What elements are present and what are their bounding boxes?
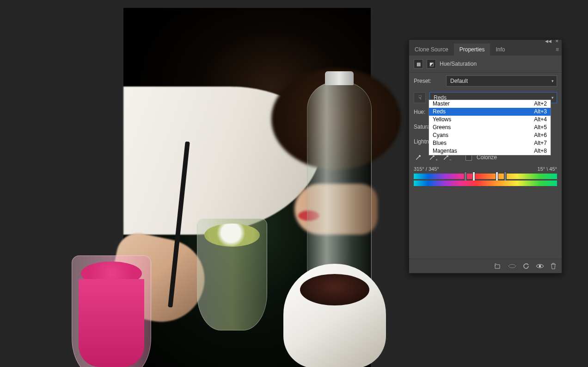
- dropdown-item-master[interactable]: MasterAlt+2: [429, 100, 551, 108]
- adjustment-header: ▦ ◩ Hue/Saturation: [409, 56, 562, 73]
- color-range-dropdown[interactable]: MasterAlt+2RedsAlt+3YellowsAlt+4GreensAl…: [429, 100, 551, 156]
- view-previous-icon[interactable]: [508, 263, 516, 269]
- dropdown-item-yellows[interactable]: YellowsAlt+4: [429, 116, 551, 124]
- collapse-icon[interactable]: ◀◀: [545, 39, 551, 44]
- photo-illustration: [123, 8, 371, 367]
- clip-to-layer-icon[interactable]: [494, 263, 502, 269]
- svg-point-3: [539, 265, 541, 267]
- preset-row: Preset: Default ▾: [409, 73, 562, 89]
- tab-info[interactable]: Info: [490, 44, 510, 56]
- document-canvas[interactable]: [123, 8, 371, 367]
- dropdown-item-cyans[interactable]: CyansAlt+6: [429, 131, 551, 139]
- dropdown-item-blues[interactable]: BluesAlt+7: [429, 139, 551, 147]
- color-spectrum: [409, 172, 562, 194]
- trash-icon[interactable]: [551, 263, 556, 269]
- dropdown-item-magentas[interactable]: MagentasAlt+8: [429, 147, 551, 155]
- hue-range-right: 15° \ 45°: [538, 166, 557, 172]
- preset-value: Default: [450, 78, 468, 84]
- spectrum-input[interactable]: [414, 174, 557, 179]
- layer-mask-icon[interactable]: ◩: [427, 59, 436, 68]
- preset-label: Preset:: [414, 78, 442, 84]
- panel-tabs: Clone Source Properties Info ≡: [409, 44, 562, 56]
- panel-titlebar: ◀◀ ✕: [409, 40, 562, 44]
- tab-clone-source[interactable]: Clone Source: [409, 44, 454, 56]
- panel-footer: [409, 259, 562, 273]
- targeted-adjust-icon[interactable]: ☟: [414, 92, 426, 103]
- reset-icon[interactable]: [523, 263, 529, 269]
- visibility-icon[interactable]: [536, 263, 544, 269]
- eyedropper-icon[interactable]: [414, 153, 423, 162]
- chevron-down-icon: ▾: [551, 79, 554, 83]
- close-icon[interactable]: ✕: [555, 39, 559, 44]
- spectrum-output: [414, 180, 557, 186]
- panel-menu-icon[interactable]: ≡: [556, 46, 559, 53]
- svg-point-0: [419, 155, 421, 157]
- properties-panel: ◀◀ ✕ Clone Source Properties Info ≡ ▦ ◩ …: [409, 39, 562, 274]
- dropdown-item-greens[interactable]: GreensAlt+5: [429, 124, 551, 131]
- adjustment-name: Hue/Saturation: [440, 61, 477, 67]
- adjustment-grid-icon[interactable]: ▦: [414, 59, 423, 68]
- tab-properties[interactable]: Properties: [454, 44, 490, 56]
- hue-range-left: 315° / 345°: [414, 166, 439, 172]
- hue-range-labels: 315° / 345° 15° \ 45°: [409, 166, 562, 172]
- chevron-down-icon: ▾: [551, 95, 554, 100]
- dropdown-item-reds[interactable]: RedsAlt+3: [429, 108, 551, 116]
- preset-select[interactable]: Default ▾: [446, 75, 557, 87]
